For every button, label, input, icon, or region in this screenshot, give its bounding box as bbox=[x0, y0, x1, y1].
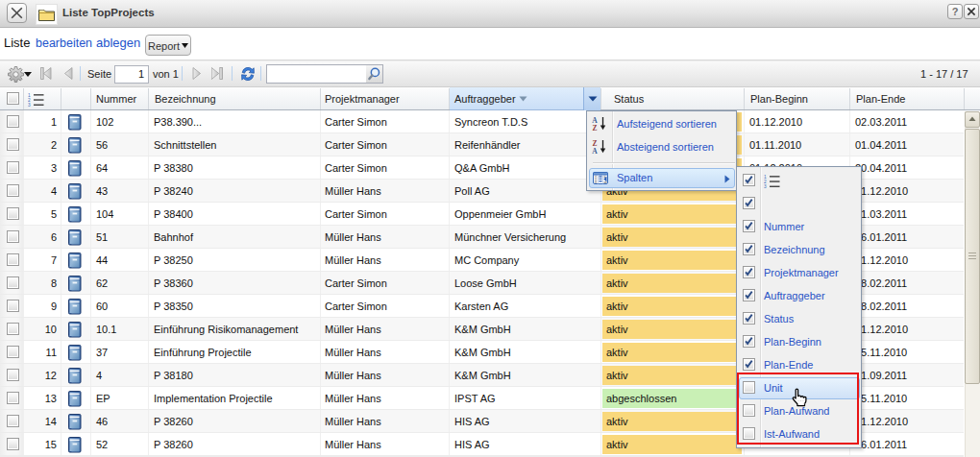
svg-text:Z: Z bbox=[592, 124, 597, 131]
svg-text:3: 3 bbox=[28, 103, 31, 107]
svg-text:3: 3 bbox=[764, 184, 767, 188]
svg-text:A: A bbox=[592, 147, 598, 154]
